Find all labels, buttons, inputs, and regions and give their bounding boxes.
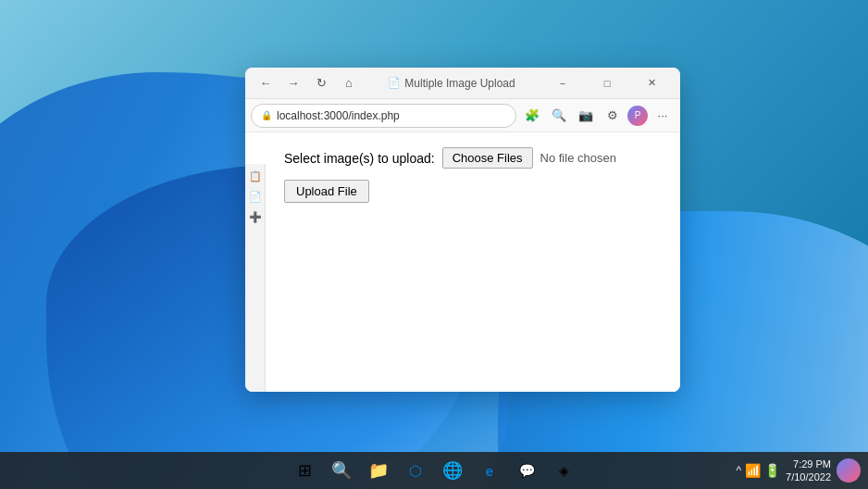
browser-title: Multiple Image Upload	[404, 77, 515, 90]
camera-button[interactable]: 📷	[574, 104, 598, 128]
system-tray: ^ 📶 🔋	[736, 463, 780, 478]
toolbar-icons: 🧩 🔍 📷 ⚙ P ···	[520, 104, 675, 128]
address-bar-row: 🔒 localhost:3000/index.php 🧩 🔍 📷 ⚙ P ···	[245, 99, 680, 132]
system-clock[interactable]: 7:29 PM 7/10/2022	[786, 458, 831, 484]
clock-time: 7:29 PM	[786, 458, 831, 470]
nav-controls: ← → ↻ ⌂	[253, 70, 362, 96]
browser-sidebar: 📋 📄 ➕	[245, 164, 266, 392]
lock-icon: 🔒	[261, 110, 272, 120]
address-bar[interactable]: 🔒 localhost:3000/index.php	[251, 104, 516, 128]
zoom-button[interactable]: 🔍	[547, 104, 571, 128]
maximize-button[interactable]: □	[586, 70, 628, 96]
taskbar-right: ^ 📶 🔋 7:29 PM 7/10/2022	[736, 458, 861, 484]
taskbar-center: ⊞ 🔍 📁 ⬡ 🌐 e 💬 ◈	[288, 454, 580, 487]
app8-button[interactable]: ◈	[547, 454, 580, 487]
discord-button[interactable]: 💬	[510, 454, 543, 487]
url-text: localhost:3000/index.php	[277, 109, 400, 122]
profile-avatar[interactable]: P	[627, 106, 648, 126]
title-bar: ← → ↻ ⌂ 📄 Multiple Image Upload − □ ✕	[245, 68, 680, 99]
chrome-button[interactable]: 🌐	[436, 454, 469, 487]
forward-button[interactable]: →	[280, 70, 306, 96]
search-button[interactable]: 🔍	[325, 454, 358, 487]
window-controls: − □ ✕	[541, 70, 673, 96]
upload-label: Select image(s) to upload:	[284, 151, 435, 166]
browser-window: ← → ↻ ⌂ 📄 Multiple Image Upload − □ ✕ 🔒 …	[245, 68, 680, 392]
close-button[interactable]: ✕	[630, 70, 673, 96]
sidebar-add-icon[interactable]: ➕	[247, 208, 264, 225]
browser-title-area: 📄 Multiple Image Upload	[362, 77, 541, 90]
refresh-button[interactable]: ↻	[308, 70, 334, 96]
settings-button[interactable]: ⚙	[601, 104, 625, 128]
more-button[interactable]: ···	[651, 104, 675, 128]
tray-chevron-icon[interactable]: ^	[736, 464, 741, 477]
edge-button[interactable]: e	[473, 454, 506, 487]
home-button[interactable]: ⌂	[336, 70, 362, 96]
page-icon: 📄	[388, 77, 401, 89]
extensions-button[interactable]: 🧩	[520, 104, 544, 128]
wifi-icon[interactable]: 📶	[745, 463, 761, 478]
upload-file-button[interactable]: Upload File	[284, 180, 369, 203]
sidebar-collections-icon[interactable]: 📋	[247, 168, 264, 184]
file-explorer-button[interactable]: 📁	[362, 454, 395, 487]
start-button[interactable]: ⊞	[288, 454, 321, 487]
vscode-button[interactable]: ⬡	[399, 454, 432, 487]
back-button[interactable]: ←	[253, 70, 279, 96]
no-file-label: No file chosen	[540, 151, 616, 165]
taskbar: ⊞ 🔍 📁 ⬡ 🌐 e 💬 ◈ ^ 📶 🔋 7:29 PM 7/10/2022	[0, 452, 868, 489]
page-content: Select image(s) to upload: Choose Files …	[266, 132, 680, 392]
upload-row: Select image(s) to upload: Choose Files …	[284, 147, 662, 169]
taskbar-avatar[interactable]	[837, 458, 861, 483]
sidebar-reading-icon[interactable]: 📄	[247, 188, 264, 205]
clock-date: 7/10/2022	[786, 470, 831, 483]
choose-files-button[interactable]: Choose Files	[442, 147, 533, 169]
battery-icon[interactable]: 🔋	[764, 463, 780, 478]
minimize-button[interactable]: −	[541, 70, 584, 96]
